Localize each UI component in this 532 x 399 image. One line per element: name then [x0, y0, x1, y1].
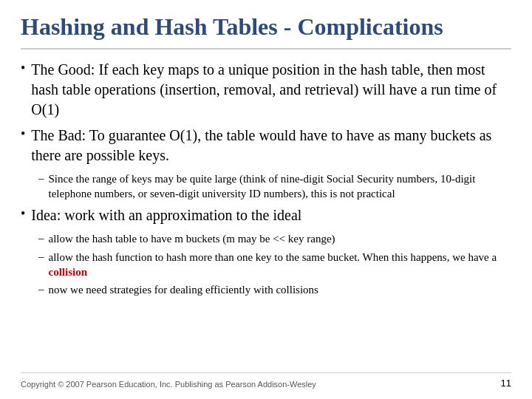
bullet-dot-good: •: [21, 61, 25, 76]
sub-bullets-idea: – allow the hash table to have m buckets…: [38, 231, 511, 297]
bullet-idea: • Idea: work with an approximation to th…: [21, 205, 511, 225]
bullet-bad-group: • The Bad: To guarantee O(1), the table …: [21, 126, 511, 206]
bullet-good: • The Good: If each key maps to a unique…: [21, 60, 511, 120]
footer-copyright: Copyright © 2007 Pearson Education, Inc.…: [21, 380, 316, 389]
bullet-dot-idea: •: [21, 206, 25, 222]
slide-content: • The Good: If each key maps to a unique…: [21, 60, 511, 372]
bullet-idea-group: • Idea: work with an approximation to th…: [21, 205, 511, 301]
sub-bullet-now: – now we need strategies for dealing eff…: [38, 282, 511, 297]
sub-bullet-range: – Since the range of keys may be quite l…: [38, 171, 511, 202]
bullet-text-good: The Good: If each key maps to a unique p…: [31, 60, 511, 120]
bullet-text-bad: The Bad: To guarantee O(1), the table wo…: [31, 126, 511, 166]
sub-text-allow1: allow the hash table to have m buckets (…: [49, 231, 335, 246]
footer-page: 11: [501, 378, 511, 389]
slide-title: Hashing and Hash Tables - Complications: [21, 13, 511, 50]
sub-dash-allow1: –: [38, 232, 44, 245]
bullet-dot-bad: •: [21, 126, 25, 142]
sub-dash-range: –: [38, 172, 44, 185]
sub-dash-allow2: –: [38, 250, 44, 263]
sub-text-allow2: allow the hash function to hash more tha…: [49, 250, 512, 280]
sub-text-range: Since the range of keys may be quite lar…: [49, 171, 512, 202]
sub-bullet-allow2: – allow the hash function to hash more t…: [38, 250, 511, 280]
slide-footer: Copyright © 2007 Pearson Education, Inc.…: [21, 372, 511, 389]
bullet-bad: • The Bad: To guarantee O(1), the table …: [21, 126, 511, 166]
sub-text-now: now we need strategies for dealing effic…: [49, 282, 318, 297]
sub-bullets-bad: – Since the range of keys may be quite l…: [38, 171, 511, 202]
sub-dash-now: –: [38, 283, 44, 296]
bullet-text-idea: Idea: work with an approximation to the …: [31, 205, 301, 225]
slide: Hashing and Hash Tables - Complications …: [0, 0, 532, 399]
sub-bullet-allow1: – allow the hash table to have m buckets…: [38, 231, 511, 246]
collision-word: collision: [49, 266, 88, 278]
